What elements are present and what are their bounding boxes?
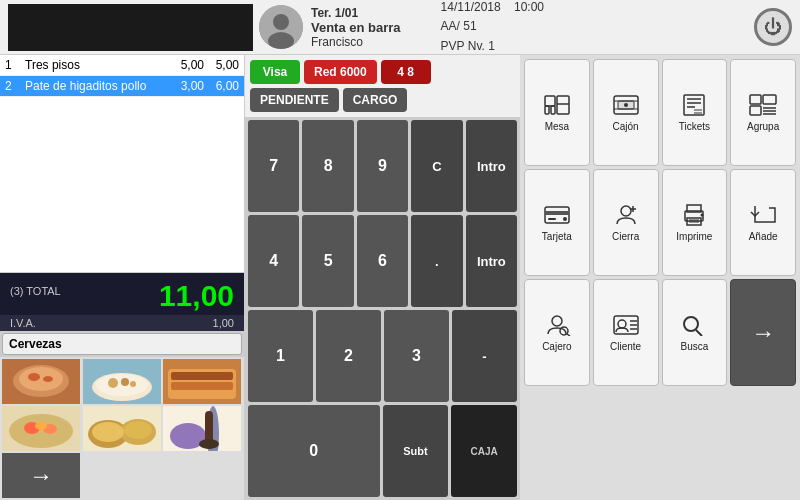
iva-row: I.V.A. 1,00 [0,315,244,331]
annade-svg [749,204,777,226]
numpad-row-4: 0 Subt CAJA [248,405,517,497]
tickets-icon [680,94,708,119]
agrupa-icon [749,94,777,119]
svg-rect-56 [545,211,569,215]
svg-point-10 [96,374,148,396]
food-item-1[interactable] [2,359,80,404]
tag-btn-0[interactable]: Visa [250,60,300,84]
busca-button[interactable]: Busca [662,279,728,386]
svg-rect-49 [750,95,761,104]
terminal-id: Ter. 1/01 [311,6,401,20]
terminal-info-block: Ter. 1/01 Venta en barra Francisco [311,6,401,49]
imprime-button[interactable]: Imprime [662,169,728,276]
num-dot[interactable]: . [411,215,462,307]
cierra-svg [612,204,640,226]
food-item-4[interactable] [2,406,80,451]
num-caja[interactable]: CAJA [451,405,517,497]
order-row[interactable]: 1 Tres pisos 5,00 5,00 [0,55,244,76]
total-area: (3) TOTAL 11,00 [0,273,244,315]
agrupa-label: Agrupa [747,121,779,132]
cierra-label: Cierra [612,231,639,242]
date-time: 14/11/2018 10:00 [441,0,544,17]
svg-point-70 [560,327,568,335]
header-left-black [8,4,253,51]
svg-point-5 [19,367,63,391]
date-info: 14/11/2018 10:00 AA/ 51 PVP Nv. 1 [441,0,544,56]
cierra-button[interactable]: Cierra [593,169,659,276]
mesa-svg [543,94,571,116]
num-intro[interactable]: Intro [466,120,517,212]
tag-row: VisaRed 60004 8PENDIENTECARGO [245,55,520,117]
cajero-icon [543,314,571,339]
num-3[interactable]: 3 [384,310,449,402]
num-7[interactable]: 7 [248,120,299,212]
num-6[interactable]: 6 [357,215,408,307]
svg-rect-16 [171,372,233,380]
num-9[interactable]: 9 [357,120,408,212]
time-value: 10:00 [514,0,544,14]
food-item-5[interactable] [83,406,161,451]
power-icon: ⏻ [764,17,782,38]
svg-point-27 [124,421,152,439]
num-2[interactable]: 2 [316,310,381,402]
tickets-button[interactable]: Tickets [662,59,728,166]
num-8[interactable]: 8 [302,120,353,212]
mesa-button[interactable]: Mesa [524,59,590,166]
mesa-icon [543,94,571,119]
numpad-row-3: 1 2 3 - [248,310,517,402]
order-item-num: 2 [5,79,25,93]
svg-point-73 [618,320,626,328]
agrupa-button[interactable]: Agrupa [730,59,796,166]
pvp-arrow-button[interactable]: → [730,279,796,386]
food-svg-5 [83,406,161,451]
cajon-label: Cajón [613,121,639,132]
svg-point-6 [28,373,40,381]
next-arrow-icon: → [29,462,53,490]
svg-point-11 [108,378,118,388]
cliente-button[interactable]: Cliente [593,279,659,386]
tag-btn-3[interactable]: PENDIENTE [250,88,339,112]
order-item-qty: 5,00 [169,58,204,72]
order-item-desc: Pate de higaditos pollo [25,79,169,93]
tag-btn-2[interactable]: 4 8 [381,60,431,84]
svg-point-26 [92,422,124,442]
annade-button[interactable]: Añade [730,169,796,276]
svg-rect-51 [750,106,761,115]
power-button[interactable]: ⏻ [754,8,792,46]
cierra-icon [612,204,640,229]
num-1[interactable]: 1 [248,310,313,402]
order-item-desc: Tres pisos [25,58,169,72]
num-intro-2[interactable]: Intro [466,215,517,307]
svg-rect-34 [545,106,549,114]
total-label: (3) TOTAL [10,285,61,297]
annade-label: Añade [749,231,778,242]
num-c[interactable]: C [411,120,462,212]
svg-line-78 [696,330,702,336]
food-item-2[interactable] [83,359,161,404]
category-button[interactable]: Cervezas [2,333,242,355]
tag-btn-4[interactable]: CARGO [343,88,408,112]
num-subt[interactable]: Subt [383,405,449,497]
food-svg-2 [83,359,161,404]
busca-svg [680,314,708,336]
tag-btn-1[interactable]: Red 6000 [304,60,377,84]
num-4[interactable]: 4 [248,215,299,307]
num-minus[interactable]: - [452,310,517,402]
food-item-3[interactable] [163,359,241,404]
order-row[interactable]: 2 Pate de higaditos pollo 3,00 6,00 [0,76,244,97]
cajon-button[interactable]: Cajón [593,59,659,166]
num-0[interactable]: 0 [248,405,380,497]
right-panel: Mesa Cajón [520,55,800,500]
tarjeta-label-static: Tarjeta [542,231,572,242]
num-5[interactable]: 5 [302,215,353,307]
food-item-6[interactable] [163,406,241,451]
cajon-svg [612,94,640,116]
tarjeta-button[interactable]: Mesa Tarjeta [524,169,590,276]
cajero-label: Cajero [542,341,571,352]
food-svg-1 [2,359,80,404]
svg-rect-57 [548,218,556,220]
category-section: Cervezas [0,331,244,357]
next-arrow-button[interactable]: → [2,453,80,498]
cajero-button[interactable]: Cajero [524,279,590,386]
food-svg-3 [163,359,241,404]
